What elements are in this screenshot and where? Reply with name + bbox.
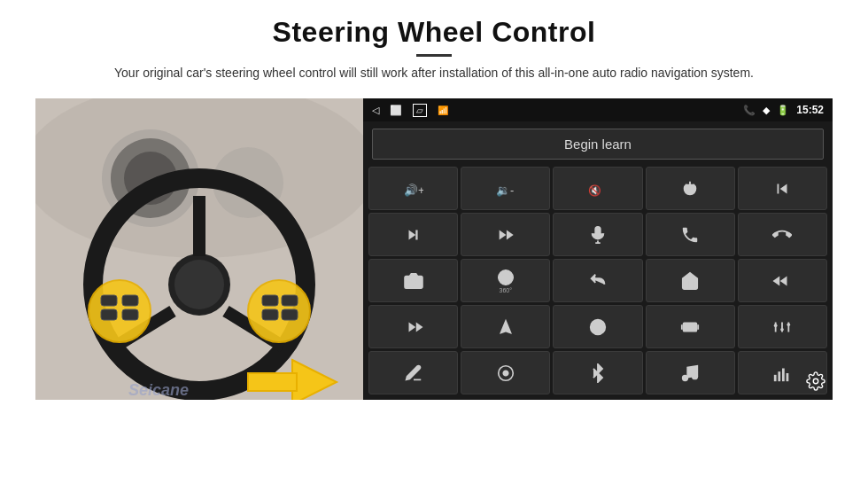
phone-status-icon: 📞	[743, 105, 756, 116]
status-bar-nav: ◁ ⬜ ▱ 📶	[372, 104, 448, 117]
recents-nav-icon[interactable]: ▱	[413, 104, 427, 117]
svg-rect-46	[779, 371, 781, 381]
vol-down-button[interactable]: 🔉-	[461, 167, 550, 210]
phone-button[interactable]	[646, 213, 735, 256]
svg-rect-47	[782, 368, 785, 381]
svg-point-36	[774, 324, 778, 327]
svg-point-29	[410, 278, 416, 285]
svg-rect-16	[122, 295, 138, 306]
fast-forward-button[interactable]	[368, 305, 458, 348]
svg-rect-45	[774, 374, 777, 380]
svg-rect-48	[787, 373, 789, 381]
svg-point-12	[89, 280, 151, 342]
begin-learn-button[interactable]: Begin learn	[372, 129, 824, 160]
page-container: Steering Wheel Control Your original car…	[0, 0, 868, 484]
svg-point-49	[813, 379, 818, 384]
svg-text:🔇: 🔇	[588, 183, 601, 196]
svg-rect-18	[262, 295, 278, 306]
svg-point-40	[787, 323, 791, 326]
gear-settings-icon[interactable]	[806, 371, 825, 394]
bluetooth-button[interactable]	[553, 351, 642, 394]
pen-button[interactable]	[368, 351, 458, 394]
svg-point-13	[248, 280, 310, 342]
status-bar-info: 📞 ◆ 🔋 15:52	[743, 104, 824, 116]
svg-rect-23	[248, 373, 297, 391]
page-subtitle: Your original car's steering wheel contr…	[114, 64, 754, 82]
steering-wheel-image: Seicane	[35, 98, 363, 400]
svg-rect-21	[282, 309, 298, 320]
begin-learn-row: Begin learn	[363, 121, 833, 167]
title-section: Steering Wheel Control Your original car…	[114, 16, 754, 82]
next-button[interactable]	[368, 213, 458, 256]
microphone-button[interactable]	[553, 213, 642, 256]
svg-point-42	[503, 371, 508, 376]
content-area: Seicane ◁ ⬜ ▱ 📶 📞 ◆ 🔋 15:52	[35, 98, 833, 400]
svg-point-38	[781, 327, 785, 331]
svg-rect-14	[101, 295, 117, 306]
power-button[interactable]	[646, 167, 735, 210]
svg-rect-17	[122, 309, 138, 320]
svg-text:🔉-: 🔉-	[496, 183, 514, 197]
head-unit: ◁ ⬜ ▱ 📶 📞 ◆ 🔋 15:52 Begin learn	[363, 98, 833, 400]
wifi-status-icon: ◆	[763, 105, 770, 116]
status-bar: ◁ ⬜ ▱ 📶 📞 ◆ 🔋 15:52	[363, 98, 833, 121]
svg-text:🔊+: 🔊+	[404, 183, 423, 197]
vol-up-button[interactable]: 🔊+	[368, 167, 458, 210]
mute-button[interactable]: 🔇	[553, 167, 642, 210]
navigate-button[interactable]	[461, 305, 550, 348]
home-button[interactable]	[646, 259, 735, 302]
360-view-button[interactable]: 360°	[461, 259, 550, 302]
svg-rect-34	[684, 323, 697, 331]
svg-point-8	[174, 260, 224, 309]
home-nav-icon[interactable]: ⬜	[390, 105, 402, 116]
battery-status-icon: 🔋	[777, 105, 789, 116]
prev-track-button[interactable]	[738, 167, 827, 210]
music-button[interactable]	[646, 351, 735, 394]
svg-rect-19	[262, 309, 278, 320]
settings-button[interactable]	[461, 351, 550, 394]
title-divider	[416, 54, 452, 57]
page-title: Steering Wheel Control	[114, 16, 754, 49]
hang-up-button[interactable]	[738, 213, 827, 256]
back-nav-icon[interactable]: ◁	[372, 105, 379, 116]
record-button[interactable]	[646, 305, 735, 348]
control-grid: 🔊+ 🔉- 🔇	[363, 167, 833, 400]
svg-text:Seicane: Seicane	[128, 381, 189, 399]
svg-rect-20	[282, 295, 298, 306]
time-display: 15:52	[796, 104, 824, 116]
swap-button[interactable]	[553, 305, 642, 348]
svg-point-43	[683, 375, 688, 380]
camera-button[interactable]	[368, 259, 458, 302]
back-button[interactable]	[553, 259, 642, 302]
equalizer-button[interactable]	[738, 305, 827, 348]
seek-forward-button[interactable]	[461, 213, 550, 256]
svg-point-44	[693, 373, 698, 379]
rewind-button[interactable]	[738, 259, 827, 302]
sim-icon: 📶	[438, 105, 448, 115]
svg-rect-15	[101, 309, 117, 320]
